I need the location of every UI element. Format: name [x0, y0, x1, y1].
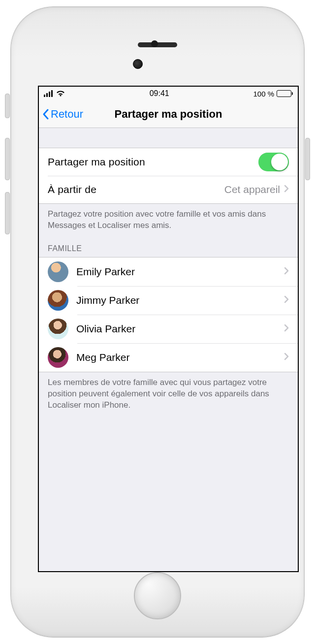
family-group: Emily Parker Jimmy Parker Olivia Parker: [39, 257, 298, 372]
family-member-row[interactable]: Emily Parker: [39, 258, 298, 286]
share-toggle-row[interactable]: Partager ma position: [39, 148, 298, 176]
chevron-right-icon: [284, 295, 289, 305]
chevron-right-icon: [284, 324, 289, 334]
family-member-row[interactable]: Jimmy Parker: [39, 286, 298, 315]
home-button[interactable]: [134, 572, 181, 619]
chevron-right-icon: [284, 185, 289, 194]
share-group: Partager ma position À partir de Cet app…: [39, 148, 298, 204]
volume-down-button: [5, 192, 10, 234]
device-frame: 09:41 100 % Retour Partager ma position: [0, 0, 315, 644]
nav-bar: Retour Partager ma position: [39, 100, 298, 128]
status-time: 09:41: [150, 89, 169, 98]
share-footer-text: Partagez votre position avec votre famil…: [39, 204, 298, 231]
avatar: [48, 319, 68, 339]
share-from-label: À partir de: [48, 184, 96, 195]
status-bar: 09:41 100 %: [39, 87, 298, 100]
family-member-name: Jimmy Parker: [76, 294, 276, 306]
volume-up-button: [5, 138, 10, 180]
chevron-right-icon: [284, 267, 289, 277]
back-button[interactable]: Retour: [42, 108, 83, 121]
proximity-sensor: [151, 40, 158, 47]
battery-percent: 100 %: [253, 90, 274, 98]
avatar: [48, 261, 68, 282]
device-body: 09:41 100 % Retour Partager ma position: [11, 7, 304, 637]
family-member-row[interactable]: Olivia Parker: [39, 315, 298, 343]
share-toggle-switch[interactable]: [258, 153, 289, 171]
chevron-left-icon: [42, 108, 50, 120]
wifi-icon: [56, 90, 65, 97]
back-label: Retour: [51, 108, 83, 121]
share-from-value: Cet appareil: [224, 184, 280, 195]
battery-icon: [277, 90, 293, 97]
family-footer-text: Les membres de votre famille avec qui vo…: [39, 372, 298, 411]
avatar: [48, 290, 68, 311]
family-member-name: Olivia Parker: [76, 323, 276, 335]
family-member-name: Meg Parker: [76, 352, 276, 363]
screen: 09:41 100 % Retour Partager ma position: [38, 86, 299, 572]
cellular-signal-icon: [44, 90, 53, 97]
family-member-row[interactable]: Meg Parker: [39, 343, 298, 372]
power-button: [305, 138, 310, 180]
family-section-header: FAMILLE: [39, 231, 298, 257]
share-from-row[interactable]: À partir de Cet appareil: [39, 176, 298, 203]
content: Partager ma position À partir de Cet app…: [39, 128, 298, 571]
front-camera: [133, 59, 143, 69]
avatar: [48, 347, 68, 368]
mute-switch: [5, 94, 10, 118]
share-toggle-label: Partager ma position: [48, 156, 145, 168]
family-member-name: Emily Parker: [76, 266, 276, 278]
chevron-right-icon: [284, 353, 289, 362]
